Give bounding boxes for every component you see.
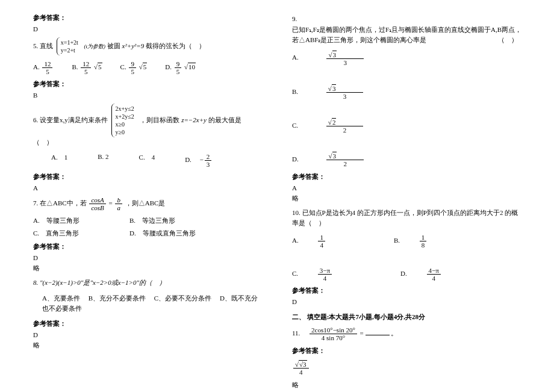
q10-optD: D. 4−π4 bbox=[400, 267, 475, 282]
q7-prefix: 7. 在△ABC中，若 bbox=[33, 199, 87, 207]
q10-optA: A. 14 bbox=[292, 234, 359, 249]
q7-answer: D bbox=[33, 254, 259, 261]
q9-optD-label: D. bbox=[292, 155, 299, 163]
question-7: 7. 在△ABC中，若 cosA cosB = b a ，则△ABC是 bbox=[33, 196, 259, 211]
answer-label-11: 参考答案： bbox=[292, 346, 524, 355]
q6-optD-num: 2 bbox=[205, 153, 212, 161]
q11-brief: 略 bbox=[292, 381, 524, 390]
q9-optD-den: 2 bbox=[326, 160, 364, 167]
q9-brief: 略 bbox=[292, 194, 524, 203]
q7-den1: cosB bbox=[89, 204, 105, 211]
optB-label: B. bbox=[72, 63, 78, 70]
q10-a-num: 1 bbox=[318, 234, 325, 241]
q5-prefix: 5. 直线 bbox=[33, 42, 53, 49]
q8-brief: 略 bbox=[33, 341, 259, 350]
q6-optD-frac: 23 bbox=[205, 153, 212, 168]
q6-prefix: 6. 设变量x,y满足约束条件 bbox=[33, 116, 108, 123]
q9-paren: （ ） bbox=[498, 35, 524, 46]
q10-answer: D bbox=[292, 298, 524, 305]
q7-frac2: b a bbox=[115, 196, 122, 211]
q8-answer: D bbox=[33, 331, 259, 338]
q10-c-num: 3−π bbox=[318, 267, 332, 275]
q11-num: 2cos10°−sin 20° bbox=[310, 326, 357, 334]
q6-func: z=−2x+y bbox=[181, 116, 207, 123]
q9-optC-label: C. bbox=[292, 122, 298, 129]
q9-text: 已知F₁,F₂是椭圆的两个焦点，过F₁且与椭圆长轴垂直的直线交椭圆于A,B两点，… bbox=[292, 26, 521, 44]
q9-optA-den: 3 bbox=[326, 59, 364, 66]
q5-optA: A. 125 bbox=[33, 60, 54, 75]
q9-optC-den: 2 bbox=[326, 126, 364, 134]
q11-den: 4 sin 70° bbox=[310, 334, 357, 341]
q5-answer: B bbox=[33, 92, 259, 99]
q9-optD: D. √32 bbox=[292, 152, 414, 167]
q9-optB-den: 3 bbox=[326, 93, 364, 100]
q7-optC: C. 直角三角形 bbox=[33, 229, 129, 238]
q5-bsuffix: (t为参数) bbox=[84, 43, 106, 49]
q5-eq: x²+y²=9 bbox=[122, 42, 145, 49]
answer-label-6: 参考答案： bbox=[33, 172, 259, 181]
q4-answer: D bbox=[33, 25, 259, 33]
q5-b1: x=1+2t bbox=[61, 39, 78, 46]
q7-optA: A. 等腰三角形 bbox=[33, 216, 129, 225]
q11-frac: 2cos10°−sin 20° 4 sin 70° bbox=[310, 326, 357, 341]
q5-optC-frac: 95 bbox=[129, 60, 136, 75]
q6-answer: A bbox=[33, 184, 259, 191]
q6-optD-neg: − bbox=[200, 156, 204, 163]
q9-optB: B. √33 bbox=[292, 84, 414, 100]
answer-label-10: 参考答案： bbox=[292, 286, 524, 295]
q6-b3: x≥0 bbox=[116, 121, 125, 128]
q11-answer: √√34 bbox=[292, 360, 524, 376]
q8-optA: A、充要条件 bbox=[42, 294, 80, 302]
q11-period: 。 bbox=[391, 329, 397, 337]
q7-optB: B. 等边三角形 bbox=[129, 216, 226, 225]
q6-options: A. 1 B. 2 C. 4 D. −23 bbox=[33, 153, 259, 168]
q9-optC: C. √22 bbox=[292, 118, 414, 134]
q5-b2: y=2+t bbox=[61, 47, 75, 54]
optA-label: A. bbox=[33, 63, 40, 70]
question-9: 9. 已知F₁,F₂是椭圆的两个焦点，过F₁且与椭圆长轴垂直的直线交椭圆于A,B… bbox=[292, 14, 524, 46]
q6-optD-label: D. bbox=[185, 156, 198, 163]
section-2-title: 二、 填空题:本大题共7小题,每小题4分,共28分 bbox=[292, 313, 524, 322]
q9-optB-label: B. bbox=[292, 88, 298, 95]
q5-param-eqs: x=1+2t y=2+t bbox=[57, 37, 81, 55]
q5-optA-frac: 125 bbox=[42, 60, 52, 75]
q5-optD-frac: 95 bbox=[175, 60, 182, 75]
q9-answer: A bbox=[292, 184, 524, 191]
q5-optD: D. 95 √10 bbox=[165, 60, 196, 75]
q7-eq: = bbox=[109, 199, 114, 207]
answer-label-8: 参考答案： bbox=[33, 319, 259, 328]
q8-options: A、充要条件 B、充分不必要条件 C、必要不充分条件 D、既不充分也不必要条件 bbox=[33, 293, 259, 314]
q10-c-den: 4 bbox=[318, 275, 332, 282]
answer-label-5: 参考答案： bbox=[33, 79, 259, 89]
q7-num2: b bbox=[115, 196, 122, 204]
q10-optC: C. 3−π4 bbox=[292, 267, 366, 282]
question-10: 10. 已知点P是边长为4 的正方形内任一点，则P到四个顶点的距离均大于2 的概… bbox=[292, 208, 524, 229]
q6-optD: D. −23 bbox=[185, 153, 213, 168]
left-column: 参考答案： D 5. 直线 x=1+2t y=2+t (t为参数) 被圆 x²+… bbox=[0, 0, 277, 392]
q6-optC: C. 4 bbox=[139, 153, 155, 168]
q7-den2: a bbox=[115, 204, 122, 211]
answer-label-7: 参考答案： bbox=[33, 242, 259, 251]
q11-prefix: 11. bbox=[292, 329, 307, 337]
q6-optB: B. 2 bbox=[98, 153, 108, 168]
q8-optC: C、必要不充分条件 bbox=[154, 294, 211, 302]
q10-d-num: 4−π bbox=[427, 267, 441, 275]
answer-label-9: 参考答案： bbox=[292, 172, 524, 181]
q10-optB: B. 18 bbox=[394, 234, 460, 249]
q5-optC: C. 95 √5 bbox=[120, 60, 148, 75]
q5-mid: 被圆 bbox=[107, 42, 120, 49]
optC-label: C. bbox=[120, 63, 126, 70]
q7-options: A. 等腰三角形 B. 等边三角形 C. 直角三角形 D. 等腰或直角三角形 bbox=[33, 216, 259, 238]
q8-optB: B、充分不必要条件 bbox=[89, 294, 146, 302]
q11-ans-den: 4 bbox=[293, 369, 309, 376]
q9-options: A. √33 B. √33 C. √22 D. √32 bbox=[292, 51, 524, 168]
answer-label: 参考答案： bbox=[33, 13, 259, 22]
question-5: 5. 直线 x=1+2t y=2+t (t为参数) 被圆 x²+y²=9 截得的… bbox=[33, 37, 259, 55]
q10-b-den: 8 bbox=[420, 241, 427, 249]
q6-b4: y≥0 bbox=[116, 129, 125, 135]
q7-brief: 略 bbox=[33, 264, 259, 273]
q10-a-den: 4 bbox=[318, 241, 325, 249]
q10-b-num: 1 bbox=[420, 234, 427, 241]
q7-suffix: ，则△ABC是 bbox=[125, 199, 166, 207]
q7-frac1: cosA cosB bbox=[89, 196, 105, 211]
